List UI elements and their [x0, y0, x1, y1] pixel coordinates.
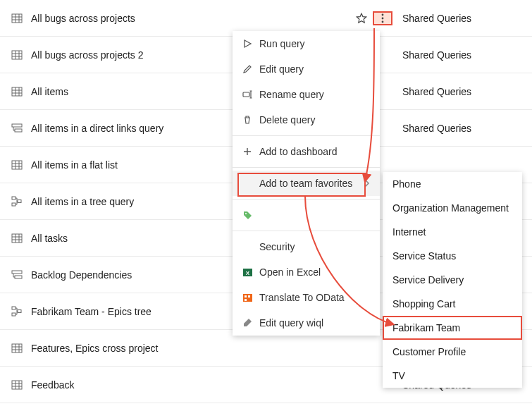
ctx-tag[interactable] — [233, 202, 380, 228]
query-folder: Shared Queries — [391, 49, 522, 61]
svg-rect-0 — [12, 14, 22, 23]
svg-rect-9 — [12, 197, 16, 200]
ctx-label: Run query — [259, 38, 370, 49]
wiql-icon — [242, 318, 259, 329]
ctx-add-team-favorites[interactable]: Add to team favorites — [233, 171, 380, 196]
query-type-icon — [10, 13, 24, 24]
ctx-label: Add to dashboard — [259, 146, 370, 157]
team-name: Phone — [392, 178, 421, 190]
query-type-icon — [10, 343, 24, 354]
team-favorite-option[interactable]: Fabrikam Team — [383, 316, 522, 340]
svg-rect-5 — [12, 87, 22, 96]
svg-rect-27 — [245, 299, 247, 301]
svg-text:X: X — [246, 270, 250, 276]
team-name: Service Delivery — [392, 274, 464, 286]
svg-point-21 — [245, 213, 247, 214]
favorite-star-icon[interactable] — [353, 12, 370, 25]
svg-rect-15 — [12, 307, 16, 309]
separator — [233, 135, 380, 136]
separator — [233, 167, 380, 168]
query-folder: Shared Queries — [391, 86, 522, 97]
svg-rect-6 — [12, 124, 22, 127]
svg-rect-24 — [243, 294, 252, 302]
query-type-icon — [10, 306, 24, 317]
query-type-icon — [10, 159, 24, 171]
svg-rect-7 — [15, 129, 22, 132]
query-folder: Shared Queries — [391, 13, 522, 24]
team-favorite-option[interactable]: Phone — [383, 172, 522, 196]
svg-rect-14 — [15, 276, 22, 278]
svg-rect-11 — [18, 200, 21, 202]
svg-rect-20 — [243, 92, 249, 97]
query-name: All bugs across projects — [24, 13, 353, 24]
rename-icon — [242, 90, 259, 99]
team-favorite-option[interactable]: Service Status — [383, 244, 522, 268]
trash-icon — [242, 115, 259, 125]
team-favorite-option[interactable]: Organization Management — [383, 196, 522, 220]
team-favorite-option[interactable]: Internet — [383, 220, 522, 244]
svg-rect-8 — [12, 161, 22, 169]
team-name: Shopping Cart — [392, 298, 456, 309]
query-folder: Shared Queries — [391, 123, 522, 134]
ctx-delete-query[interactable]: Delete query — [233, 107, 380, 133]
team-favorites-submenu: PhoneOrganization ManagementInternetServ… — [383, 172, 522, 388]
query-type-icon — [10, 269, 24, 281]
chevron-right-icon — [363, 179, 370, 188]
ctx-label: Delete query — [259, 114, 370, 125]
plus-icon — [242, 147, 259, 157]
ctx-edit-wiql[interactable]: Edit query wiql — [233, 310, 380, 336]
query-type-icon — [10, 49, 24, 61]
context-menu: Run query Edit query Rename query Delete… — [233, 31, 380, 336]
ctx-translate-odata[interactable]: Translate To OData — [233, 285, 380, 310]
ctx-label: Add to team favorites — [259, 178, 363, 189]
play-icon — [242, 39, 259, 49]
ctx-label: Security — [259, 241, 370, 252]
svg-rect-12 — [12, 234, 22, 243]
query-type-icon — [10, 196, 24, 207]
team-name: Fabrikam Team — [392, 322, 460, 333]
query-type-icon — [10, 123, 24, 134]
separator — [233, 199, 380, 200]
team-name: Organization Management — [392, 202, 509, 214]
ctx-rename-query[interactable]: Rename query — [233, 82, 380, 107]
ctx-label: Edit query — [259, 63, 370, 75]
team-name: Internet — [392, 226, 426, 238]
team-favorite-option[interactable]: Service Delivery — [383, 268, 522, 292]
svg-rect-19 — [12, 381, 22, 389]
more-actions-button[interactable] — [374, 13, 391, 24]
query-name: Feedback — [24, 379, 391, 391]
ctx-label: Translate To OData — [259, 292, 370, 303]
ctx-edit-query[interactable]: Edit query — [233, 56, 380, 82]
svg-point-2 — [382, 17, 384, 19]
excel-icon: X — [242, 267, 259, 278]
ctx-run-query[interactable]: Run query — [233, 31, 380, 56]
ctx-label: Edit query wiql — [259, 317, 370, 329]
team-name: Customer Profile — [392, 346, 466, 357]
svg-rect-25 — [245, 295, 247, 297]
ctx-open-excel[interactable]: X Open in Excel — [233, 259, 380, 285]
svg-rect-18 — [12, 344, 22, 352]
tag-icon — [242, 210, 259, 221]
svg-rect-17 — [18, 309, 21, 312]
separator — [233, 231, 380, 231]
team-name: Service Status — [392, 250, 456, 262]
query-name: Features, Epics cross project — [24, 343, 391, 354]
team-favorite-option[interactable]: Customer Profile — [383, 340, 522, 364]
odata-icon — [242, 293, 259, 303]
pencil-icon — [242, 64, 259, 74]
svg-rect-10 — [12, 203, 16, 206]
team-favorite-option[interactable]: Shopping Cart — [383, 292, 522, 316]
svg-point-1 — [382, 13, 384, 16]
team-name: TV — [392, 370, 405, 381]
query-type-icon — [10, 86, 24, 97]
svg-rect-4 — [12, 51, 22, 59]
team-favorite-option[interactable]: TV — [383, 364, 522, 388]
svg-rect-13 — [12, 271, 22, 274]
ctx-security[interactable]: Security — [233, 234, 380, 259]
ctx-label: Open in Excel — [259, 266, 370, 278]
query-type-icon — [10, 379, 24, 391]
ctx-label: Rename query — [259, 89, 370, 100]
ctx-add-dashboard[interactable]: Add to dashboard — [233, 139, 380, 164]
svg-rect-16 — [12, 313, 16, 316]
svg-rect-26 — [248, 295, 250, 297]
